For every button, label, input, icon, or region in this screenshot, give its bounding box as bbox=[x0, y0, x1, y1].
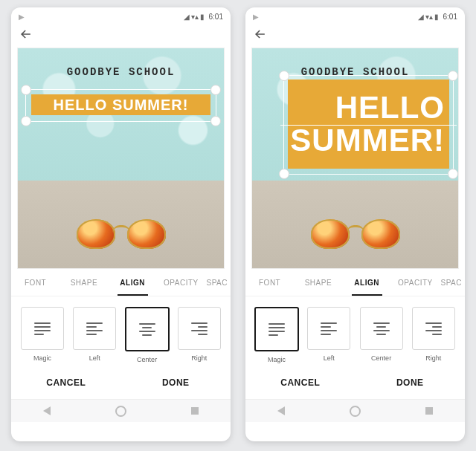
battery-icon: ▮ bbox=[434, 13, 439, 21]
resize-handle-bl[interactable] bbox=[21, 116, 31, 126]
editor-canvas[interactable]: GOODBYE SCHOOL HELLO SUMMER! bbox=[251, 48, 459, 269]
tab-spacing[interactable]: SPAC bbox=[440, 269, 465, 296]
resize-handle-br[interactable] bbox=[448, 169, 458, 179]
cancel-button[interactable]: CANCEL bbox=[11, 366, 121, 399]
align-left[interactable]: Left bbox=[72, 307, 117, 363]
back-icon[interactable] bbox=[253, 27, 268, 45]
action-bar: CANCEL DONE bbox=[245, 366, 465, 399]
align-right[interactable]: Right bbox=[411, 307, 456, 363]
selection-box[interactable] bbox=[283, 75, 454, 175]
clock: 6:01 bbox=[209, 13, 223, 21]
android-navbar bbox=[11, 399, 231, 422]
selection-box[interactable] bbox=[25, 89, 216, 122]
tab-opacity[interactable]: OPACITY bbox=[157, 269, 205, 296]
nav-recent-icon[interactable] bbox=[191, 407, 199, 415]
align-options: Magic Left Center Right bbox=[245, 296, 465, 366]
nav-back-icon[interactable] bbox=[277, 406, 285, 415]
done-button[interactable]: DONE bbox=[356, 366, 466, 399]
cancel-button[interactable]: CANCEL bbox=[245, 366, 356, 399]
resize-handle-br[interactable] bbox=[210, 116, 221, 126]
status-bar: ▶ ◢ ▾▴ ▮ 6:01 bbox=[11, 7, 231, 24]
align-options: Magic Left Center Right bbox=[11, 296, 231, 366]
nav-back-icon[interactable] bbox=[43, 406, 51, 415]
resize-handle-tr[interactable] bbox=[210, 85, 221, 95]
back-icon[interactable] bbox=[19, 27, 33, 45]
clock: 6:01 bbox=[443, 13, 457, 21]
tab-align[interactable]: ALIGN bbox=[343, 269, 391, 296]
done-button[interactable]: DONE bbox=[121, 366, 231, 399]
play-icon: ▶ bbox=[253, 13, 259, 21]
resize-handle-tl[interactable] bbox=[21, 85, 31, 95]
status-bar: ▶ ◢ ▾▴ ▮ 6:01 bbox=[245, 7, 465, 24]
tool-tabs: FONT SHAPE ALIGN OPACITY SPAC bbox=[245, 269, 465, 296]
nav-home-icon[interactable] bbox=[350, 406, 361, 417]
tab-font[interactable]: FONT bbox=[11, 269, 60, 296]
tab-opacity[interactable]: OPACITY bbox=[391, 269, 440, 296]
wifi-icon: ◢ bbox=[184, 13, 190, 21]
action-bar: CANCEL DONE bbox=[11, 366, 231, 399]
tab-font[interactable]: FONT bbox=[245, 269, 294, 296]
text-goodbye[interactable]: GOODBYE SCHOOL bbox=[18, 66, 224, 78]
editor-canvas[interactable]: GOODBYE SCHOOL HELLO SUMMER! bbox=[17, 48, 225, 269]
resize-handle-tl[interactable] bbox=[279, 71, 289, 81]
play-icon: ▶ bbox=[19, 13, 25, 21]
align-center[interactable]: Center bbox=[359, 307, 404, 363]
resize-handle-tr[interactable] bbox=[448, 71, 458, 81]
align-center[interactable]: Center bbox=[125, 307, 170, 363]
tool-tabs: FONT SHAPE ALIGN OPACITY SPAC bbox=[11, 269, 231, 296]
tab-shape[interactable]: SHAPE bbox=[60, 269, 108, 296]
top-bar bbox=[245, 24, 465, 48]
nav-recent-icon[interactable] bbox=[425, 407, 433, 415]
battery-icon: ▮ bbox=[200, 13, 205, 21]
tab-spacing[interactable]: SPAC bbox=[205, 269, 231, 296]
align-left[interactable]: Left bbox=[306, 307, 351, 363]
align-magic[interactable]: Magic bbox=[254, 307, 299, 363]
wifi-icon: ◢ bbox=[418, 13, 424, 21]
sunglasses-graphic bbox=[311, 219, 400, 252]
align-right[interactable]: Right bbox=[177, 307, 222, 363]
resize-handle-bl[interactable] bbox=[279, 169, 289, 179]
selection-midline bbox=[280, 125, 457, 126]
sunglasses-graphic bbox=[77, 219, 166, 252]
phone-left: ▶ ◢ ▾▴ ▮ 6:01 GOODBYE SCHOOL HELLO SUMME… bbox=[11, 7, 231, 441]
tab-shape[interactable]: SHAPE bbox=[294, 269, 342, 296]
android-navbar bbox=[245, 399, 465, 422]
align-magic[interactable]: Magic bbox=[20, 307, 65, 363]
nav-home-icon[interactable] bbox=[115, 406, 126, 417]
tab-align[interactable]: ALIGN bbox=[109, 269, 157, 296]
signal-icon: ▾▴ bbox=[191, 13, 199, 21]
top-bar bbox=[11, 24, 231, 48]
signal-icon: ▾▴ bbox=[425, 13, 433, 21]
phone-right: ▶ ◢ ▾▴ ▮ 6:01 GOODBYE SCHOOL HELLO SUMME… bbox=[245, 7, 465, 441]
